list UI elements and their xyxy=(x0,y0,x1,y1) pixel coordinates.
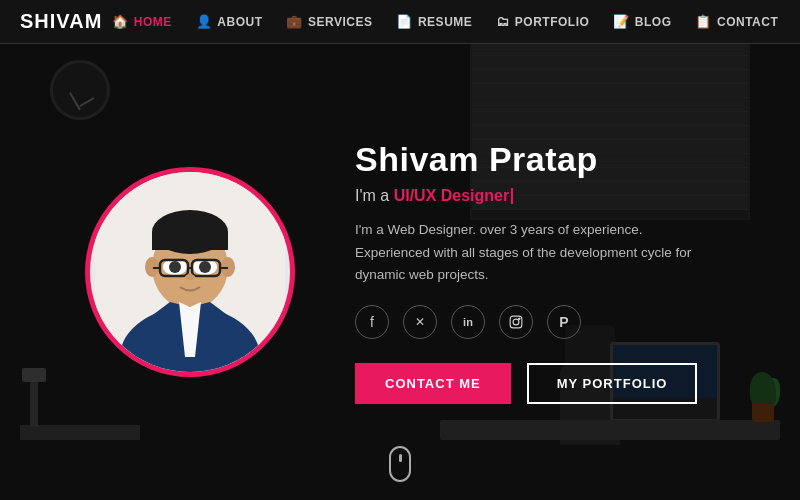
contact-me-button[interactable]: CONTACT ME xyxy=(355,363,511,404)
svg-point-12 xyxy=(169,261,181,273)
svg-point-13 xyxy=(199,261,211,273)
about-icon: 👤 xyxy=(196,14,213,29)
nav-contact[interactable]: 📋 CONTACT xyxy=(685,0,788,44)
services-icon: 💼 xyxy=(286,14,303,29)
nav-about[interactable]: 👤 ABOUT xyxy=(186,0,273,44)
hero-title: I'm a UI/UX Designer xyxy=(355,187,715,205)
svg-rect-7 xyxy=(152,232,228,250)
cursor-blink xyxy=(511,188,513,204)
profile-image-container xyxy=(85,167,295,377)
navbar: SHIVAM 🏠 HOME 👤 ABOUT 💼 SERVICES 📄 RESUM… xyxy=(0,0,800,44)
social-linkedin[interactable]: in xyxy=(451,305,485,339)
nav-services[interactable]: 💼 SERVICES xyxy=(276,0,382,44)
portfolio-icon: 🗂 xyxy=(496,14,510,29)
nav-portfolio[interactable]: 🗂 PORTFOLIO xyxy=(486,0,599,44)
resume-icon: 📄 xyxy=(396,14,413,29)
nav-blog[interactable]: 📝 BLOG xyxy=(603,0,681,44)
cta-buttons: CONTACT ME MY PORTFOLIO xyxy=(355,363,715,404)
hero-text-block: Shivam Pratap I'm a UI/UX Designer I'm a… xyxy=(355,140,715,405)
hero-title-highlight: UI/UX Designer xyxy=(394,187,510,204)
svg-point-19 xyxy=(185,274,195,280)
scroll-indicator xyxy=(389,446,411,482)
nav-resume[interactable]: 📄 RESUME xyxy=(386,0,482,44)
social-instagram[interactable] xyxy=(499,305,533,339)
social-x-twitter[interactable]: ✕ xyxy=(403,305,437,339)
brand-logo[interactable]: SHIVAM xyxy=(20,10,102,33)
social-facebook[interactable]: f xyxy=(355,305,389,339)
contact-icon: 📋 xyxy=(695,14,712,29)
scroll-wheel xyxy=(399,454,402,462)
blog-icon: 📝 xyxy=(613,14,630,29)
nav-home[interactable]: 🏠 HOME xyxy=(102,0,182,44)
home-icon: 🏠 xyxy=(112,14,129,29)
my-portfolio-button[interactable]: MY PORTFOLIO xyxy=(527,363,698,404)
scroll-mouse xyxy=(389,446,411,482)
svg-point-25 xyxy=(519,318,520,319)
hero-description: I'm a Web Designer. over 3 years of expe… xyxy=(355,219,715,288)
social-pinterest[interactable]: P xyxy=(547,305,581,339)
nav-items: 🏠 HOME 👤 ABOUT 💼 SERVICES 📄 RESUME 🗂 POR… xyxy=(102,0,788,44)
hero-name: Shivam Pratap xyxy=(355,140,715,179)
profile-avatar xyxy=(95,167,285,372)
svg-point-24 xyxy=(513,319,519,325)
hero-section: Shivam Pratap I'm a UI/UX Designer I'm a… xyxy=(0,44,800,500)
social-icons-row: f ✕ in P xyxy=(355,305,715,339)
